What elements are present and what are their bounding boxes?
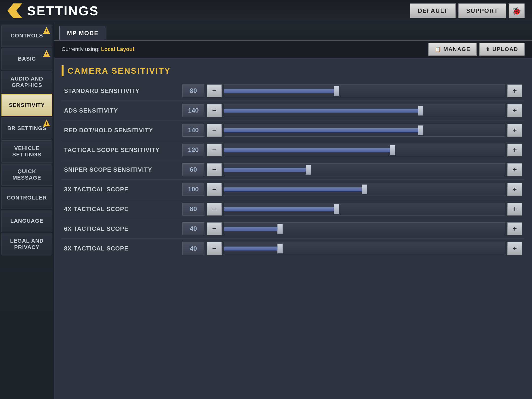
slider-row-tactical-scope: TACTICAL SCOPE SENSITIVITY 120 − + bbox=[62, 140, 525, 160]
slider-increase-tactical-scope[interactable]: + bbox=[507, 144, 522, 156]
slider-decrease-ads-sensitivity[interactable]: − bbox=[207, 104, 222, 117]
slider-track-tactical-scope[interactable] bbox=[224, 144, 505, 156]
slider-thumb-ads-sensitivity bbox=[418, 106, 423, 116]
slider-controls-4x-tactical: − + bbox=[207, 203, 522, 216]
bug-button[interactable]: 🐞 bbox=[509, 3, 525, 18]
slider-thumb-4x-tactical bbox=[334, 204, 339, 214]
manage-button[interactable]: 📋 MANAGE bbox=[428, 43, 477, 56]
slider-decrease-standard-sensitivity[interactable]: − bbox=[207, 84, 222, 97]
warning-icon bbox=[43, 50, 50, 57]
slider-track-red-dot-holo[interactable] bbox=[224, 124, 505, 137]
slider-decrease-8x-tactical[interactable]: − bbox=[207, 242, 222, 255]
slider-controls-3x-tactical: − + bbox=[207, 183, 522, 196]
slider-fill-8x-tactical bbox=[224, 247, 280, 250]
layout-label: Currently using: Local Layout bbox=[62, 46, 428, 52]
slider-track-8x-tactical[interactable] bbox=[224, 242, 505, 255]
slider-decrease-4x-tactical[interactable]: − bbox=[207, 203, 222, 216]
slider-value-tactical-scope: 120 bbox=[182, 144, 204, 156]
manage-icon: 📋 bbox=[435, 46, 441, 52]
slider-row-8x-tactical: 8X TACTICAL SCOPE 40 − + bbox=[62, 239, 525, 258]
sidebar: CONTROLSBASICAUDIO AND GRAPHICSSENSITIVI… bbox=[0, 22, 54, 399]
sidebar-item-br-settings[interactable]: BR SETTINGS bbox=[1, 117, 52, 139]
slider-value-6x-tactical: 40 bbox=[182, 222, 204, 235]
slider-increase-6x-tactical[interactable]: + bbox=[507, 222, 522, 235]
slider-fill-6x-tactical bbox=[224, 227, 280, 231]
slider-track-3x-tactical[interactable] bbox=[224, 183, 505, 196]
slider-controls-6x-tactical: − + bbox=[207, 222, 522, 235]
slider-increase-red-dot-holo[interactable]: + bbox=[507, 124, 522, 137]
slider-thumb-8x-tactical bbox=[277, 244, 283, 253]
sidebar-item-audio-graphics[interactable]: AUDIO AND GRAPHICS bbox=[1, 71, 52, 93]
slider-thumb-3x-tactical bbox=[362, 184, 367, 194]
section-bar-accent bbox=[62, 65, 64, 76]
slider-label-tactical-scope: TACTICAL SCOPE SENSITIVITY bbox=[64, 147, 182, 153]
sidebar-item-vehicle-settings[interactable]: VEHICLE SETTINGS bbox=[1, 140, 52, 163]
slider-track-standard-sensitivity[interactable] bbox=[224, 84, 505, 97]
slider-increase-ads-sensitivity[interactable]: + bbox=[507, 104, 522, 117]
sidebar-item-language[interactable]: LANGUAGE bbox=[1, 210, 52, 232]
slider-label-3x-tactical: 3x TACTICAL SCOPE bbox=[64, 186, 182, 193]
slider-increase-4x-tactical[interactable]: + bbox=[507, 203, 522, 216]
tab-mp-mode[interactable]: MP MODE bbox=[59, 26, 106, 40]
slider-label-6x-tactical: 6X TACTICAL SCOPE bbox=[64, 225, 182, 232]
slider-decrease-tactical-scope[interactable]: − bbox=[207, 144, 222, 156]
sidebar-item-legal-privacy[interactable]: LEGAL AND PRIVACY bbox=[1, 233, 52, 255]
slider-label-8x-tactical: 8X TACTICAL SCOPE bbox=[64, 245, 182, 252]
sliders-container: STANDARD SENSITIVITY 80 − + ADS SENSITIV… bbox=[62, 81, 525, 258]
header-buttons: DEFAULT SUPPORT 🐞 bbox=[410, 3, 525, 18]
slider-value-standard-sensitivity: 80 bbox=[182, 84, 204, 97]
slider-fill-3x-tactical bbox=[224, 187, 365, 191]
slider-decrease-sniper-scope[interactable]: − bbox=[207, 163, 222, 176]
slider-controls-standard-sensitivity: − + bbox=[207, 84, 522, 97]
slider-thumb-standard-sensitivity bbox=[334, 86, 339, 96]
slider-decrease-red-dot-holo[interactable]: − bbox=[207, 124, 222, 137]
slider-row-4x-tactical: 4x TACTICAL SCOPE 80 − + bbox=[62, 199, 525, 219]
sidebar-item-controls[interactable]: CONTROLS bbox=[1, 25, 52, 47]
default-button[interactable]: DEFAULT bbox=[410, 3, 456, 18]
upload-icon: ⬆ bbox=[486, 46, 490, 52]
sidebar-item-controller[interactable]: CONTROLLER bbox=[1, 187, 52, 209]
slider-increase-standard-sensitivity[interactable]: + bbox=[507, 84, 522, 97]
slider-row-red-dot-holo: RED DOT/HOLO SENSITIVITY 140 − + bbox=[62, 120, 525, 140]
slider-controls-tactical-scope: − + bbox=[207, 144, 522, 156]
layout-buttons: 📋 MANAGE ⬆ UPLOAD bbox=[428, 43, 525, 56]
upload-button[interactable]: ⬆ UPLOAD bbox=[479, 43, 525, 56]
slider-increase-sniper-scope[interactable]: + bbox=[507, 163, 522, 176]
section-title: CAMERA SENSITIVITY bbox=[67, 66, 171, 76]
warning-icon bbox=[43, 119, 50, 126]
slider-track-6x-tactical[interactable] bbox=[224, 222, 505, 235]
support-button[interactable]: SUPPORT bbox=[458, 3, 506, 18]
slider-decrease-3x-tactical[interactable]: − bbox=[207, 183, 222, 196]
slider-fill-standard-sensitivity bbox=[224, 89, 336, 93]
slider-label-standard-sensitivity: STANDARD SENSITIVITY bbox=[64, 87, 182, 94]
back-arrow-icon[interactable] bbox=[7, 3, 22, 18]
slider-label-4x-tactical: 4x TACTICAL SCOPE bbox=[64, 206, 182, 213]
slider-controls-sniper-scope: − + bbox=[207, 163, 522, 176]
slider-decrease-6x-tactical[interactable]: − bbox=[207, 222, 222, 235]
sidebar-item-basic[interactable]: BASIC bbox=[1, 48, 52, 70]
slider-value-red-dot-holo: 140 bbox=[182, 124, 204, 137]
slider-controls-8x-tactical: − + bbox=[207, 242, 522, 255]
slider-track-sniper-scope[interactable] bbox=[224, 163, 505, 176]
slider-thumb-6x-tactical bbox=[277, 224, 283, 234]
settings-content: CAMERA SENSITIVITY STANDARD SENSITIVITY … bbox=[54, 58, 532, 399]
slider-thumb-sniper-scope bbox=[306, 165, 311, 175]
slider-label-sniper-scope: SNIPER SCOPE SENSITIVITY bbox=[64, 166, 182, 173]
slider-track-4x-tactical[interactable] bbox=[224, 203, 505, 216]
sidebar-item-quick-message[interactable]: QUICK MESSAGE bbox=[1, 164, 52, 186]
slider-increase-3x-tactical[interactable]: + bbox=[507, 183, 522, 196]
sidebar-item-sensitivity[interactable]: SENSITIVITY bbox=[1, 94, 52, 116]
slider-increase-8x-tactical[interactable]: + bbox=[507, 242, 522, 255]
slider-controls-ads-sensitivity: − + bbox=[207, 104, 522, 117]
slider-fill-red-dot-holo bbox=[224, 128, 421, 132]
mode-tabs: MP MODE bbox=[54, 22, 532, 41]
slider-value-3x-tactical: 100 bbox=[182, 183, 204, 196]
page-title: SETTINGS bbox=[27, 3, 410, 18]
slider-row-sniper-scope: SNIPER SCOPE SENSITIVITY 60 − + bbox=[62, 160, 525, 180]
slider-value-sniper-scope: 60 bbox=[182, 163, 204, 176]
slider-track-ads-sensitivity[interactable] bbox=[224, 104, 505, 117]
slider-fill-4x-tactical bbox=[224, 207, 336, 211]
slider-value-4x-tactical: 80 bbox=[182, 203, 204, 216]
slider-fill-tactical-scope bbox=[224, 148, 393, 152]
section-header: CAMERA SENSITIVITY bbox=[62, 65, 525, 76]
